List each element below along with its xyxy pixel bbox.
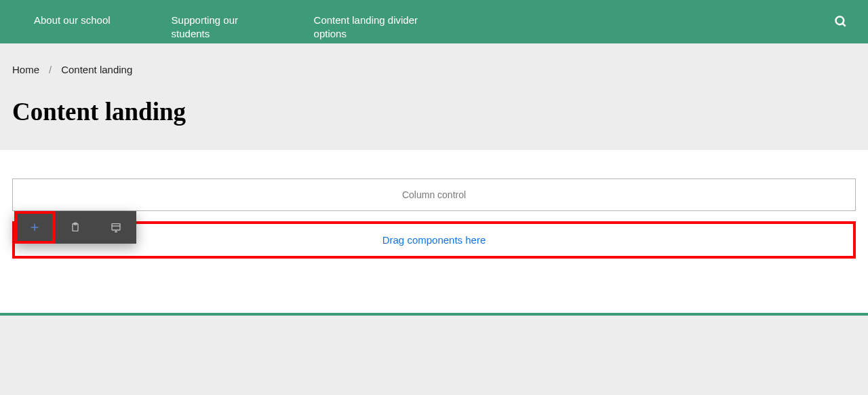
page-header: Home / Content landing Content landing [0, 43, 868, 150]
breadcrumb-current: Content landing [61, 64, 132, 75]
add-component-button[interactable] [14, 211, 55, 244]
svg-point-0 [836, 17, 844, 25]
editor-area: Column control Drag components here [0, 150, 868, 313]
paste-component-button[interactable] [55, 211, 96, 244]
nav-item-divider-options[interactable]: Content landing divider options [314, 14, 450, 41]
breadcrumb-separator: / [49, 64, 52, 75]
page-title: Content landing [12, 97, 856, 126]
column-control-placeholder[interactable]: Column control [12, 178, 856, 211]
svg-line-1 [843, 24, 846, 26]
main-nav: About our school Supporting our students… [0, 0, 868, 43]
plus-icon [29, 222, 40, 233]
search-icon [834, 15, 848, 29]
template-button[interactable] [96, 211, 136, 244]
component-toolbar [14, 211, 136, 244]
drop-zone[interactable]: Drag components here [12, 221, 856, 259]
layout-icon [110, 222, 122, 233]
search-button[interactable] [834, 15, 848, 31]
nav-item-about[interactable]: About our school [34, 14, 111, 27]
clipboard-icon [70, 221, 81, 233]
breadcrumb: Home / Content landing [12, 64, 856, 75]
svg-rect-6 [112, 224, 120, 230]
nav-item-supporting[interactable]: Supporting our students [172, 14, 253, 41]
breadcrumb-home-link[interactable]: Home [12, 64, 39, 75]
footer [0, 316, 868, 383]
